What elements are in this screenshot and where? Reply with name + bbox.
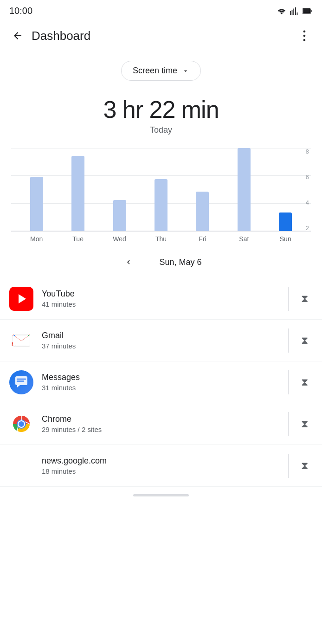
date-label: Sun, May 6 bbox=[159, 258, 201, 267]
list-item: news.google.com 18 minutes ⧗ bbox=[0, 445, 322, 487]
gmail-timer-button[interactable]: ⧗ bbox=[296, 332, 313, 349]
dropdown-section: Screen time bbox=[0, 52, 322, 88]
svg-point-3 bbox=[303, 30, 306, 32]
news-time: 18 minutes bbox=[42, 467, 281, 475]
messages-logo bbox=[14, 375, 28, 389]
divider bbox=[288, 412, 289, 436]
bar-tue bbox=[71, 148, 84, 231]
more-button[interactable] bbox=[294, 26, 315, 46]
header: Dashboard bbox=[0, 20, 322, 52]
bar-thu bbox=[155, 148, 167, 231]
status-bar: 10:00 bbox=[0, 0, 322, 20]
hourglass-icon: ⧗ bbox=[301, 460, 308, 472]
gmail-time: 37 minutes bbox=[42, 342, 281, 350]
app-list: YouTube 41 minutes ⧗ bbox=[0, 278, 322, 487]
chart-labels: Mon Tue Wed Thu Fri Sat Sun bbox=[11, 232, 311, 243]
youtube-time: 41 minutes bbox=[42, 300, 281, 308]
chevron-down-icon bbox=[182, 67, 189, 75]
gmail-name: Gmail bbox=[42, 331, 281, 341]
chrome-time: 29 minutes / 2 sites bbox=[42, 425, 281, 433]
chrome-logo bbox=[9, 412, 33, 436]
battery-icon bbox=[303, 7, 313, 15]
messages-app-icon bbox=[9, 370, 33, 394]
news-timer-button[interactable]: ⧗ bbox=[296, 457, 313, 474]
messages-name: Messages bbox=[42, 373, 281, 382]
wifi-icon bbox=[277, 7, 287, 15]
time-display: 3 hr 22 min Today bbox=[0, 88, 322, 139]
chart-label-tue: Tue bbox=[67, 235, 89, 243]
svg-rect-2 bbox=[303, 9, 310, 13]
youtube-info: YouTube 41 minutes bbox=[42, 289, 281, 308]
status-time: 10:00 bbox=[9, 6, 32, 16]
chrome-info: Chrome 29 minutes / 2 sites bbox=[42, 414, 281, 433]
dropdown-label: Screen time bbox=[133, 66, 177, 76]
back-button[interactable] bbox=[7, 26, 28, 46]
hourglass-icon: ⧗ bbox=[301, 293, 308, 305]
chart-label-sun: Sun bbox=[274, 235, 296, 243]
hourglass-icon: ⧗ bbox=[301, 335, 308, 347]
chart-label-wed: Wed bbox=[109, 235, 131, 243]
youtube-app-icon bbox=[9, 287, 33, 311]
date-back-icon bbox=[124, 258, 133, 266]
screen-time-dropdown[interactable]: Screen time bbox=[121, 61, 201, 81]
list-item: Messages 31 minutes ⧗ bbox=[0, 361, 322, 403]
gmail-info: Gmail 37 minutes bbox=[42, 331, 281, 350]
total-time: 3 hr 22 min bbox=[0, 96, 322, 123]
bar-sat bbox=[238, 148, 251, 231]
news-name: news.google.com bbox=[42, 456, 281, 466]
date-nav: Sun, May 6 bbox=[0, 243, 322, 278]
divider bbox=[288, 287, 289, 311]
bottom-bar bbox=[0, 487, 322, 500]
time-period: Today bbox=[0, 125, 322, 135]
chrome-name: Chrome bbox=[42, 414, 281, 424]
gmail-app-icon: M bbox=[9, 328, 33, 353]
chart-bars bbox=[11, 148, 311, 231]
divider bbox=[288, 454, 289, 478]
back-icon bbox=[12, 30, 23, 41]
chart-container: 8 6 4 2 Mon Tue Wed Thu Fri Sat Sun bbox=[0, 139, 322, 243]
chrome-app-icon bbox=[9, 412, 33, 436]
page-title: Dashboard bbox=[32, 29, 294, 43]
gmail-logo: M bbox=[9, 328, 33, 353]
chart-label-mon: Mon bbox=[26, 235, 48, 243]
svg-rect-1 bbox=[310, 10, 311, 12]
bottom-handle bbox=[133, 494, 189, 496]
divider bbox=[288, 370, 289, 394]
list-item: M Gmail 37 minutes ⧗ bbox=[0, 320, 322, 361]
chart-label-fri: Fri bbox=[191, 235, 213, 243]
youtube-timer-button[interactable]: ⧗ bbox=[296, 290, 313, 307]
chart-label-thu: Thu bbox=[150, 235, 172, 243]
signal-icon bbox=[290, 7, 300, 15]
bar-fri bbox=[196, 148, 209, 231]
hourglass-icon: ⧗ bbox=[301, 418, 308, 430]
list-item: YouTube 41 minutes ⧗ bbox=[0, 278, 322, 320]
svg-point-4 bbox=[303, 35, 306, 37]
bar-mon bbox=[30, 148, 43, 231]
list-item: Chrome 29 minutes / 2 sites ⧗ bbox=[0, 403, 322, 445]
messages-timer-button[interactable]: ⧗ bbox=[296, 374, 313, 391]
more-icon bbox=[303, 30, 306, 41]
chart-area bbox=[11, 148, 311, 232]
messages-info: Messages 31 minutes bbox=[42, 373, 281, 392]
youtube-name: YouTube bbox=[42, 289, 281, 299]
chart-label-sat: Sat bbox=[233, 235, 255, 243]
bar-wed bbox=[113, 148, 126, 231]
chrome-timer-button[interactable]: ⧗ bbox=[296, 416, 313, 432]
messages-time: 31 minutes bbox=[42, 384, 281, 392]
svg-point-5 bbox=[303, 39, 306, 41]
svg-point-18 bbox=[19, 421, 24, 427]
bar-sun bbox=[279, 148, 292, 231]
status-icons bbox=[277, 7, 313, 15]
divider bbox=[288, 328, 289, 353]
hourglass-icon: ⧗ bbox=[301, 376, 308, 388]
news-info: news.google.com 18 minutes bbox=[42, 456, 281, 475]
youtube-play-icon bbox=[19, 294, 26, 303]
date-back-button[interactable] bbox=[120, 254, 137, 270]
